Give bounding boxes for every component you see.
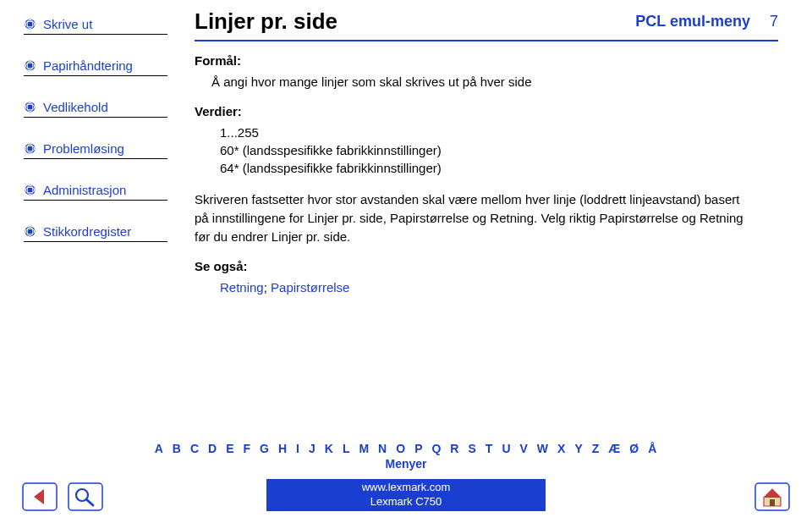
search-icon[interactable] <box>68 482 103 511</box>
svg-point-6 <box>25 102 36 113</box>
values-block: 1...255 60* (landsspesifikke fabrikkinns… <box>220 125 787 175</box>
nav-label: Vedlikehold <box>43 100 108 114</box>
index-letter[interactable]: Å <box>648 442 657 455</box>
header: Linjer pr. side PCL emul-meny 7 <box>195 8 778 41</box>
index-letter[interactable]: B <box>173 442 182 455</box>
nav-label: Administrasjon <box>43 183 126 197</box>
page-number: 7 <box>770 13 778 30</box>
index-letter[interactable]: M <box>359 442 370 455</box>
svg-point-3 <box>25 61 36 71</box>
svg-rect-23 <box>770 499 775 506</box>
index-letter[interactable]: G <box>260 442 270 455</box>
home-icon[interactable] <box>754 482 790 511</box>
nav-papirhandtering[interactable]: Papirhåndtering <box>24 58 167 73</box>
index-letter[interactable]: K <box>325 442 334 455</box>
index-letter[interactable]: C <box>190 442 200 455</box>
svg-rect-19 <box>69 483 102 510</box>
footer-icons-right <box>754 482 790 511</box>
alphabet-index: ABCDEFGHIJKLMNOPQRSTUVWXYZÆØÅ <box>0 442 812 455</box>
section-heading: PCL emul-meny 7 <box>635 13 778 30</box>
back-arrow-icon[interactable] <box>22 482 58 511</box>
svg-point-9 <box>25 144 36 154</box>
nav-label: Skrive ut <box>43 17 92 31</box>
values-range: 1...255 <box>220 125 787 140</box>
footer-product: Lexmark C750 <box>266 495 546 509</box>
index-letter[interactable]: F <box>243 442 251 455</box>
bullet-icon <box>24 18 36 30</box>
values-line-2: 64* (landsspesifikke fabrikkinnstillinge… <box>220 161 787 175</box>
see-also-label: Se også: <box>195 259 787 273</box>
nav-label: Stikkordregister <box>43 224 131 239</box>
menus-link[interactable]: Menyer <box>0 457 812 471</box>
index-letter[interactable]: I <box>296 442 300 455</box>
index-letter[interactable]: J <box>309 442 316 455</box>
values-label: Verdier: <box>195 104 787 118</box>
index-letter[interactable]: Æ <box>608 442 621 455</box>
bullet-icon <box>24 142 36 155</box>
index-letter[interactable]: N <box>378 442 387 455</box>
purpose-label: Formål: <box>195 53 787 68</box>
footer-icons-left <box>22 482 103 511</box>
values-line-1: 60* (landsspesifikke fabrikkinnstillinge… <box>220 143 787 157</box>
svg-point-15 <box>25 227 36 237</box>
bullet-icon <box>24 101 36 113</box>
bullet-icon <box>24 184 36 196</box>
index-letter[interactable]: Z <box>592 442 601 455</box>
description: Skriveren fastsetter hvor stor avstanden… <box>195 190 753 245</box>
link-papirstorrelse[interactable]: Papirstørrelse <box>271 280 349 295</box>
footer-url[interactable]: www.lexmark.com <box>266 481 546 495</box>
index-letter[interactable]: V <box>520 442 529 455</box>
section-name: PCL emul-meny <box>635 13 750 30</box>
index-letter[interactable]: Q <box>431 442 442 455</box>
index-letter[interactable]: D <box>208 442 217 455</box>
bullet-icon <box>24 59 36 72</box>
index-letter[interactable]: Ø <box>629 442 639 455</box>
nav-skrive-ut[interactable]: Skrive ut <box>24 17 167 31</box>
footer-band: www.lexmark.com Lexmark C750 <box>266 479 546 511</box>
index-letter[interactable]: A <box>155 442 164 455</box>
see-also-links: Retning; Papirstørrelse <box>220 280 787 295</box>
index-letter[interactable]: H <box>278 442 288 455</box>
nav-stikkordregister[interactable]: Stikkordregister <box>24 224 167 239</box>
index-letter[interactable]: U <box>502 442 511 455</box>
svg-point-0 <box>25 19 36 30</box>
nav-vedlikehold[interactable]: Vedlikehold <box>24 100 167 114</box>
index-letter[interactable]: X <box>557 442 566 455</box>
bullet-icon <box>24 225 36 238</box>
nav-label: Problemløsing <box>43 141 124 156</box>
footer: ABCDEFGHIJKLMNOPQRSTUVWXYZÆØÅ Menyer www… <box>0 442 812 511</box>
index-letter[interactable]: O <box>396 442 406 455</box>
purpose-text: Å angi hvor mange linjer som skal skrive… <box>211 74 787 89</box>
index-letter[interactable]: W <box>537 442 549 455</box>
index-letter[interactable]: T <box>486 442 494 455</box>
nav-problemlosing[interactable]: Problemløsing <box>24 141 167 156</box>
nav-label: Papirhåndtering <box>43 58 133 73</box>
page-title: Linjer pr. side <box>195 8 337 35</box>
nav-administrasjon[interactable]: Administrasjon <box>24 183 167 197</box>
index-letter[interactable]: E <box>226 442 234 455</box>
index-letter[interactable]: P <box>414 442 423 455</box>
index-letter[interactable]: L <box>343 442 351 455</box>
separator: ; <box>264 280 271 295</box>
link-retning[interactable]: Retning <box>220 280 264 295</box>
svg-point-12 <box>25 185 36 195</box>
index-letter[interactable]: Y <box>574 442 583 455</box>
index-letter[interactable]: R <box>450 442 459 455</box>
index-letter[interactable]: S <box>468 442 476 455</box>
